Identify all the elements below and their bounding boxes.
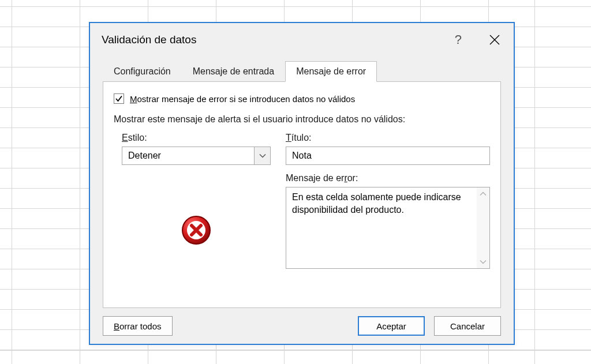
dialog-titlebar: Validación de datos ? [90,23,514,55]
show-error-checkbox-label: Mostrar mensaje de error si se introduce… [130,94,355,104]
clear-all-button[interactable]: Borrar todos [103,316,173,336]
title-label: Título: [286,133,490,143]
group-header: Mostrar este mensaje de alerta si el usu… [114,114,490,125]
primary-button-group: Aceptar Cancelar [358,316,501,336]
cancel-button[interactable]: Cancelar [434,316,501,336]
error-message-value: En esta celda solamente puede indicarse … [286,187,477,268]
column-style: Estilo: Detener [122,133,271,269]
tab-area: Configuración Mensaje de entrada Mensaje… [103,61,501,308]
form-row: Estilo: Detener [122,133,490,269]
tab-mensaje-error[interactable]: Mensaje de error [285,61,377,82]
scroll-track[interactable] [477,200,489,256]
dialog-button-row: Borrar todos Aceptar Cancelar [90,308,514,336]
chevron-up-icon [480,192,487,196]
tab-mensaje-entrada[interactable]: Mensaje de entrada [182,61,285,81]
close-button[interactable] [486,31,503,48]
style-select-value: Detener [122,147,254,164]
style-preview-icon-wrap [122,215,271,246]
dialog-body: Configuración Mensaje de entrada Mensaje… [90,55,514,308]
title-input[interactable]: Nota [286,147,490,165]
tabs: Configuración Mensaje de entrada Mensaje… [103,61,501,81]
show-error-checkbox[interactable] [114,93,124,104]
tab-panel-mensaje-error: Mostrar mensaje de error si se introduce… [103,81,501,308]
tab-configuracion[interactable]: Configuración [103,61,182,81]
checkmark-icon [115,95,123,103]
scroll-down-button[interactable] [477,256,489,268]
dialog-title: Validación de datos [102,33,196,46]
error-message-label: Mensaje de error: [286,173,490,183]
stop-error-icon [181,215,212,246]
style-label: Estilo: [122,133,271,143]
chevron-down-icon [259,153,266,158]
close-icon [488,33,501,46]
accept-button[interactable]: Aceptar [358,316,425,336]
chevron-down-icon [480,260,487,264]
style-select-dropdown-button[interactable] [254,147,270,164]
title-input-value: Nota [292,151,312,161]
titlebar-buttons: ? [451,31,503,48]
style-select[interactable]: Detener [122,147,271,165]
error-message-textarea[interactable]: En esta celda solamente puede indicarse … [286,187,490,269]
scroll-up-button[interactable] [477,187,489,200]
data-validation-dialog: Validación de datos ? Configuración Mens… [89,22,515,345]
textarea-scrollbar[interactable] [477,187,489,268]
column-message: Título: Nota Mensaje de error: En esta c… [286,133,490,269]
help-button[interactable]: ? [451,31,465,48]
show-error-checkbox-row: Mostrar mensaje de error si se introduce… [114,93,490,104]
